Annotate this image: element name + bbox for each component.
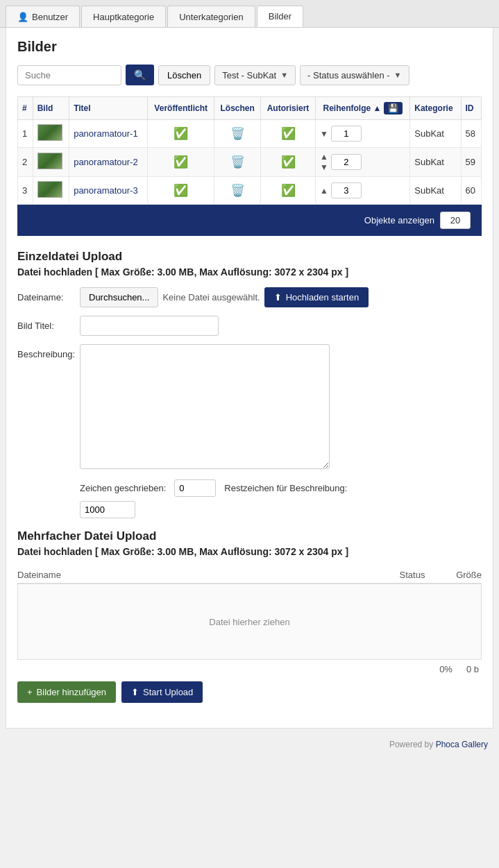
title-link[interactable]: panoramatour-2 (74, 157, 138, 167)
order-arrows: ▼ (320, 129, 328, 139)
arrow-up-icon[interactable]: ▲ (320, 152, 328, 162)
search-input[interactable] (17, 65, 121, 85)
chars-written-input[interactable] (174, 479, 216, 497)
add-files-button[interactable]: + Bilder hinzufügen (17, 681, 116, 703)
order-input[interactable] (331, 154, 362, 170)
cell-published: ✅ (148, 177, 214, 205)
description-textarea[interactable] (80, 344, 330, 469)
table-footer: Objekte anzeigen (17, 205, 482, 236)
published-check-icon: ✅ (174, 127, 188, 140)
cell-order: ▲ (315, 177, 409, 205)
file-input-row: Dateiname: Durchsuchen... Keine Datei au… (17, 287, 482, 307)
file-controls: Durchsuchen... Keine Datei ausgewählt. ⬆… (80, 287, 482, 307)
tab-bilder[interactable]: Bilder (257, 6, 303, 27)
page-footer: Powered by Phoca Gallery (0, 734, 499, 755)
cell-published: ✅ (148, 148, 214, 177)
cell-num: 1 (18, 120, 33, 148)
delete-row-icon[interactable]: 🗑️ (230, 184, 245, 197)
top-navigation: 👤 Benutzer Hauptkategorie Unterkategorie… (0, 0, 499, 28)
arrow-down-icon[interactable]: ▼ (320, 129, 328, 139)
col-kategorie[interactable]: Kategorie (410, 97, 461, 120)
cell-order: ▲ ▼ (315, 148, 409, 177)
browse-button[interactable]: Durchsuchen... (80, 287, 158, 307)
cell-category: SubKat (410, 120, 461, 148)
col-num[interactable]: # (18, 97, 33, 120)
image-thumbnail (37, 153, 62, 169)
char-count-row: Zeichen geschrieben: Restzeichen für Bes… (17, 479, 482, 497)
cell-title: panoramatour-3 (69, 177, 148, 205)
category-dropdown[interactable]: Test - SubKat ▼ (214, 65, 296, 85)
published-check-icon: ✅ (174, 155, 188, 169)
upload-icon: ⬆ (274, 292, 282, 303)
chevron-down-icon: ▼ (394, 71, 402, 79)
tab-unterkategorien[interactable]: Unterkategorien (167, 6, 255, 27)
user-icon: 👤 (17, 12, 28, 22)
delete-row-icon[interactable]: 🗑️ (230, 127, 245, 140)
authorized-check-icon: ✅ (281, 184, 296, 197)
table-row: 3 panoramatour-3 ✅ 🗑️ ✅ ▲ (18, 177, 482, 205)
cell-num: 2 (18, 148, 33, 177)
progress-label: 0% (439, 664, 453, 674)
cell-title: panoramatour-1 (69, 120, 148, 148)
tab-hauptkategorie[interactable]: Hauptkategorie (81, 6, 166, 27)
main-content: Bilder 🔍 Löschen Test - SubKat ▼ - Statu… (6, 28, 493, 729)
cell-delete: 🗑️ (214, 148, 261, 177)
title-link[interactable]: panoramatour-1 (74, 128, 138, 139)
arrow-up-icon[interactable]: ▲ (320, 186, 328, 196)
authorized-check-icon: ✅ (281, 155, 296, 169)
order-input[interactable] (331, 182, 362, 198)
order-input[interactable] (331, 126, 362, 142)
remain-chars-input[interactable] (80, 501, 135, 518)
delete-button[interactable]: Löschen (158, 65, 210, 85)
cell-thumbnail (33, 120, 69, 148)
plus-icon: + (27, 687, 33, 697)
phoca-gallery-link[interactable]: Phoca Gallery (436, 740, 488, 749)
upload-table-header: Dateiname Status Größe (17, 567, 482, 584)
size-label: 0 b (466, 664, 479, 674)
drop-zone[interactable]: Datei hierher ziehen (17, 584, 482, 660)
image-thumbnail (37, 181, 62, 198)
arrow-down-icon[interactable]: ▼ (320, 162, 328, 172)
upload-start-button[interactable]: ⬆ Hochladen starten (264, 287, 369, 307)
table-row: 1 panoramatour-1 ✅ 🗑️ ✅ ▼ (18, 120, 482, 148)
title-link[interactable]: panoramatour-3 (74, 185, 138, 196)
tab-benutzer[interactable]: 👤 Benutzer (6, 6, 80, 27)
single-upload-section: Einzeldatei Upload Datei hochladen [ Max… (17, 250, 482, 518)
table-row: 2 panoramatour-2 ✅ 🗑️ ✅ ▲ ▼ (18, 148, 482, 177)
col-bild[interactable]: Bild (33, 97, 69, 120)
multi-actions: + Bilder hinzufügen ⬆ Start Upload (17, 681, 482, 703)
search-button[interactable]: 🔍 (126, 65, 154, 85)
col-id[interactable]: ID (461, 97, 482, 120)
cell-category: SubKat (410, 148, 461, 177)
cell-authorized: ✅ (261, 120, 316, 148)
toolbar: 🔍 Löschen Test - SubKat ▼ - Status auswä… (17, 65, 482, 85)
cell-delete: 🗑️ (214, 177, 261, 205)
multi-upload-subtitle: Datei hochladen [ Max Größe: 3.00 MB, Ma… (17, 546, 482, 557)
upload-stats-row: 0% 0 b (17, 664, 482, 674)
col-titel[interactable]: Titel (69, 97, 148, 120)
cell-order: ▼ (315, 120, 409, 148)
delete-row-icon[interactable]: 🗑️ (230, 155, 245, 169)
multi-upload-title: Mehrfacher Datei Upload (17, 529, 482, 543)
image-thumbnail (37, 124, 62, 141)
cell-authorized: ✅ (261, 148, 316, 177)
cell-delete: 🗑️ (214, 120, 261, 148)
cell-authorized: ✅ (261, 177, 316, 205)
col-reihenfolge[interactable]: Reihenfolge ▲ 💾 (315, 97, 409, 120)
upload-icon: ⬆ (131, 687, 139, 697)
status-dropdown[interactable]: - Status auswählen - ▼ (300, 65, 409, 85)
order-arrows: ▲ (320, 186, 328, 196)
col-veroeffentlicht[interactable]: Veröffentlicht (148, 97, 214, 120)
cell-category: SubKat (410, 177, 461, 205)
single-upload-subtitle: Datei hochladen [ Max Größe: 3.00 MB, Ma… (17, 266, 482, 278)
items-per-page-input[interactable] (440, 212, 471, 229)
title-label: Bild Titel: (17, 316, 80, 331)
image-title-input[interactable] (80, 316, 219, 336)
multi-upload-section: Mehrfacher Datei Upload Datei hochladen … (17, 529, 482, 703)
col-autorisiert[interactable]: Autorisiert (261, 97, 316, 120)
save-order-button[interactable]: 💾 (384, 102, 403, 114)
order-arrows: ▲ ▼ (320, 152, 328, 172)
single-upload-title: Einzeldatei Upload (17, 250, 482, 264)
start-upload-button[interactable]: ⬆ Start Upload (121, 681, 203, 703)
col-loeschen[interactable]: Löschen (214, 97, 261, 120)
